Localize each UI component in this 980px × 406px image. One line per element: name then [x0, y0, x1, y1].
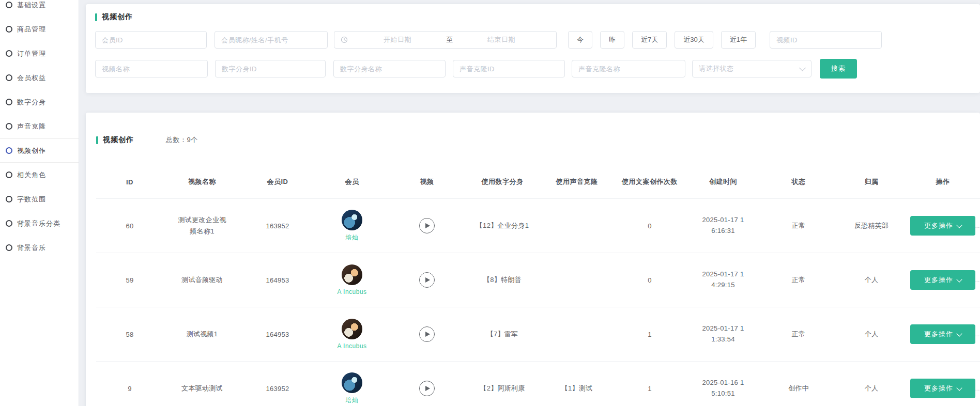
menu-circle-icon: [6, 220, 12, 227]
sidebar-item-11[interactable]: 背景音乐: [0, 236, 79, 260]
quick-range-button-5[interactable]: 近1年: [721, 31, 756, 49]
cell-copy-count: 0: [613, 253, 686, 307]
cell-status: 正常: [760, 199, 837, 253]
column-header: 操作: [906, 165, 980, 199]
cell-action: 更多操作…: [906, 362, 980, 406]
column-header: 会员: [314, 165, 390, 199]
video-name-text: 测试更改企业视频名称1: [177, 214, 227, 237]
date-separator: 至: [446, 35, 453, 44]
more-actions-button[interactable]: 更多操作: [910, 270, 975, 290]
member-name[interactable]: 培灿: [346, 233, 359, 242]
sidebar: 基础设置商品管理订单管理会员权益数字分身声音克隆视频创作相关角色字数范围背景音乐…: [0, 0, 79, 406]
sidebar-item-label: 基础设置: [17, 1, 46, 10]
play-video-button[interactable]: [419, 326, 435, 342]
cell-video: [390, 253, 464, 307]
cell-copy-count: 0: [613, 199, 686, 253]
member-cell: A Incubus: [314, 264, 390, 295]
menu-circle-icon: [6, 2, 12, 8]
play-video-button[interactable]: [419, 272, 435, 288]
sidebar-item-10[interactable]: 背景音乐分类: [0, 211, 79, 236]
member-name[interactable]: 培灿: [346, 396, 359, 405]
sidebar-item-1[interactable]: 基础设置: [0, 0, 79, 17]
menu-circle-icon: [6, 123, 12, 130]
play-video-button[interactable]: [419, 381, 435, 396]
twin-id-input[interactable]: [215, 60, 326, 77]
main-content: 视频创作 开始日期 至 结束日期 今昨近7天近30天近1年 请选择状态: [86, 0, 980, 406]
cell-belong: 个人: [837, 307, 906, 362]
sidebar-item-4[interactable]: 会员权益: [0, 66, 79, 90]
more-actions-button[interactable]: 更多操作: [910, 379, 975, 398]
overflow-ellipsis: …: [974, 385, 980, 392]
column-header: 状态: [760, 165, 837, 199]
cell-action: 更多操作…: [906, 307, 980, 362]
sidebar-item-6[interactable]: 声音克隆: [0, 114, 79, 138]
sidebar-item-3[interactable]: 订单管理: [0, 41, 79, 66]
video-id-input[interactable]: [770, 31, 882, 49]
status-select-placeholder: 请选择状态: [699, 64, 734, 73]
cell-copy-count: 1: [613, 362, 686, 406]
twin-name-input[interactable]: [333, 60, 446, 77]
cell-id: 9: [96, 362, 163, 406]
voice-id-input[interactable]: [453, 60, 565, 77]
member-name[interactable]: A Incubus: [337, 342, 366, 350]
table-title-text: 视频创作: [103, 135, 134, 145]
column-header: 视频名称: [163, 165, 241, 199]
menu-circle-icon: [6, 50, 12, 57]
search-button[interactable]: 搜索: [820, 59, 857, 79]
sidebar-item-5[interactable]: 数字分身: [0, 90, 79, 114]
cell-status: 正常: [760, 307, 837, 362]
member-name[interactable]: A Incubus: [337, 288, 366, 295]
cell-member-id: 163952: [241, 362, 314, 406]
more-actions-button[interactable]: 更多操作: [910, 324, 975, 344]
menu-circle-icon: [6, 244, 12, 251]
column-header: 使用声音克隆: [541, 165, 613, 199]
menu-circle-icon: [6, 26, 12, 33]
member-id-input[interactable]: [95, 31, 207, 49]
quick-range-button-2[interactable]: 昨: [600, 31, 624, 49]
status-select[interactable]: 请选择状态: [692, 60, 811, 77]
sidebar-item-2[interactable]: 商品管理: [0, 17, 79, 41]
video-name-input[interactable]: [95, 60, 208, 77]
chevron-down-icon: [956, 222, 962, 228]
column-header: 会员ID: [241, 165, 314, 199]
voice-name-input[interactable]: [572, 60, 685, 77]
voice-clone-text: 【1】测试: [549, 383, 604, 394]
quick-range-buttons: 今昨近7天近30天近1年: [568, 31, 756, 49]
quick-range-button-4[interactable]: 近30天: [675, 31, 713, 49]
cell-id: 60: [96, 199, 163, 253]
sidebar-item-7[interactable]: 视频创作: [0, 138, 79, 163]
sidebar-item-8[interactable]: 相关角色: [0, 163, 79, 187]
cell-created-at: 2025-01-17 11:33:54: [686, 307, 760, 362]
chevron-down-icon: [956, 276, 962, 282]
sidebar-item-label: 背景音乐分类: [17, 219, 60, 228]
date-end-placeholder: 结束日期: [453, 35, 550, 44]
more-actions-label: 更多操作: [924, 275, 953, 285]
sidebar-item-label: 会员权益: [17, 73, 46, 83]
videos-table: ID视频名称会员ID会员视频使用数字分身使用声音克隆使用文案创作次数创建时间状态…: [96, 165, 980, 406]
video-name-text: 测试视频1: [177, 329, 227, 340]
cell-belong: 个人: [837, 253, 906, 307]
quick-range-button-1[interactable]: 今: [568, 31, 592, 49]
cell-video-name: 测试视频1: [163, 307, 241, 362]
cell-video-name: 测试音频驱动: [163, 253, 241, 307]
menu-circle-icon: [6, 147, 12, 154]
cell-video-name: 文本驱动测试: [163, 362, 241, 406]
sidebar-item-9[interactable]: 字数范围: [0, 187, 79, 211]
sidebar-item-label: 视频创作: [17, 146, 46, 155]
play-video-button[interactable]: [419, 218, 435, 233]
more-actions-button[interactable]: 更多操作: [910, 216, 975, 236]
sidebar-item-label: 声音克隆: [17, 122, 46, 131]
sidebar-menu: 基础设置商品管理订单管理会员权益数字分身声音克隆视频创作相关角色字数范围背景音乐…: [0, 0, 79, 260]
sidebar-item-label: 商品管理: [17, 25, 46, 34]
quick-range-button-3[interactable]: 近7天: [632, 31, 667, 49]
cell-member: A Incubus: [314, 307, 390, 362]
sidebar-item-label: 相关角色: [17, 170, 46, 180]
column-header: 使用文案创作次数: [613, 165, 686, 199]
sidebar-item-label: 订单管理: [17, 49, 46, 58]
cell-member: A Incubus: [314, 253, 390, 307]
digital-twin-text: 【2】阿斯利康: [475, 383, 530, 394]
table-row: 59测试音频驱动164953A Incubus【8】特朗普02025-01-17…: [96, 253, 980, 307]
date-range-picker[interactable]: 开始日期 至 结束日期: [334, 31, 557, 49]
member-info-input[interactable]: [215, 31, 328, 49]
cell-voice-clone: [541, 307, 613, 362]
